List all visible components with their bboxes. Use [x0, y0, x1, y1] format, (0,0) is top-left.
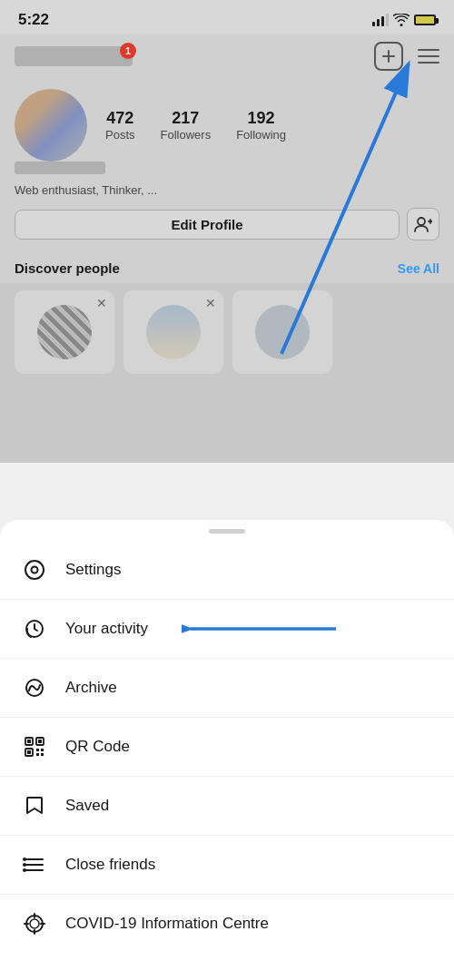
close-suggestion-1[interactable]: ✕ — [96, 296, 107, 310]
activity-label: Your activity — [65, 620, 148, 638]
header-right-icons — [374, 42, 439, 71]
svg-point-27 — [23, 858, 26, 861]
svg-point-9 — [32, 567, 38, 573]
sheet-handle — [209, 529, 245, 534]
menu-item-settings[interactable]: Settings — [0, 541, 454, 600]
covid-icon — [22, 911, 47, 936]
username-area: 1 — [15, 46, 133, 66]
svg-rect-18 — [38, 740, 42, 743]
suggestion-avatar-3 — [255, 305, 310, 359]
saved-label: Saved — [65, 797, 109, 815]
background-screen: 5:22 1 — [0, 0, 454, 463]
edit-profile-row: Edit Profile — [15, 208, 439, 240]
profile-info-row: 472 Posts 217 Followers 192 Following — [15, 89, 439, 162]
posts-stat: 472 Posts — [105, 109, 135, 142]
username-blurred — [15, 46, 133, 66]
svg-rect-20 — [36, 749, 39, 751]
activity-icon — [22, 616, 47, 642]
settings-icon — [22, 557, 47, 583]
followers-count: 217 — [161, 109, 212, 128]
suggestion-avatar-2 — [146, 305, 201, 359]
profile-name-blurred — [15, 162, 105, 174]
svg-point-28 — [23, 863, 26, 867]
friends-icon — [22, 852, 47, 877]
suggestion-card: ✕ — [15, 290, 114, 374]
following-count: 192 — [236, 109, 286, 128]
profile-section: 472 Posts 217 Followers 192 Following We… — [0, 78, 454, 251]
menu-item-saved[interactable]: Saved — [0, 777, 454, 836]
menu-item-close-friends[interactable]: Close friends — [0, 836, 454, 895]
posts-label: Posts — [105, 128, 135, 142]
covid-label: COVID-19 Information Centre — [65, 915, 269, 933]
svg-point-31 — [30, 919, 39, 928]
hamburger-menu-button[interactable] — [418, 49, 439, 64]
discover-row: Discover people See All — [0, 251, 454, 283]
followers-stat: 217 Followers — [161, 109, 212, 142]
close-suggestion-2[interactable]: ✕ — [205, 296, 216, 310]
suggestion-avatar-1 — [37, 305, 92, 359]
add-person-button[interactable] — [407, 208, 439, 240]
settings-label: Settings — [65, 561, 121, 579]
close-friends-label: Close friends — [65, 856, 155, 874]
suggestion-card-2: ✕ — [123, 290, 223, 374]
instagram-header: 1 — [0, 34, 454, 78]
menu-item-activity[interactable]: Your activity — [0, 600, 454, 659]
svg-rect-1 — [382, 55, 395, 57]
bottom-sheet: Settings Your activity — [0, 520, 454, 980]
avatar — [15, 89, 87, 162]
profile-bio: Web enthusiast, Thinker, ... — [15, 183, 439, 197]
menu-item-qrcode[interactable]: QR Code — [0, 718, 454, 777]
followers-label: Followers — [161, 128, 212, 142]
svg-point-8 — [25, 561, 44, 579]
suggestions-row: ✕ ✕ — [0, 283, 454, 374]
see-all-link[interactable]: See All — [398, 261, 439, 276]
status-time: 5:22 — [18, 11, 49, 29]
menu-item-covid[interactable]: COVID-19 Information Centre — [0, 895, 454, 953]
notification-badge: 1 — [120, 43, 136, 59]
qr-icon — [22, 734, 47, 760]
add-content-button[interactable] — [374, 42, 403, 71]
archive-label: Archive — [65, 679, 117, 697]
qrcode-label: QR Code — [65, 738, 130, 756]
svg-point-29 — [23, 868, 26, 872]
suggestion-card-3 — [232, 290, 332, 374]
svg-rect-17 — [27, 740, 31, 743]
signal-icon — [372, 14, 389, 26]
status-bar: 5:22 — [0, 0, 454, 34]
menu-item-archive[interactable]: Archive — [0, 659, 454, 718]
saved-icon — [22, 793, 47, 818]
posts-count: 472 — [105, 109, 135, 128]
edit-profile-button[interactable]: Edit Profile — [15, 210, 400, 240]
following-stat: 192 Following — [236, 109, 286, 142]
discover-label: Discover people — [15, 260, 120, 276]
following-label: Following — [236, 128, 286, 142]
profile-stats: 472 Posts 217 Followers 192 Following — [105, 109, 286, 142]
svg-rect-23 — [41, 753, 44, 756]
activity-arrow — [182, 611, 345, 647]
battery-icon — [414, 15, 436, 25]
svg-rect-21 — [41, 749, 44, 751]
archive-icon — [22, 675, 47, 701]
status-icons — [372, 14, 436, 26]
svg-rect-22 — [36, 753, 39, 756]
wifi-icon — [393, 14, 410, 26]
svg-rect-19 — [27, 750, 31, 754]
svg-point-2 — [418, 218, 425, 225]
